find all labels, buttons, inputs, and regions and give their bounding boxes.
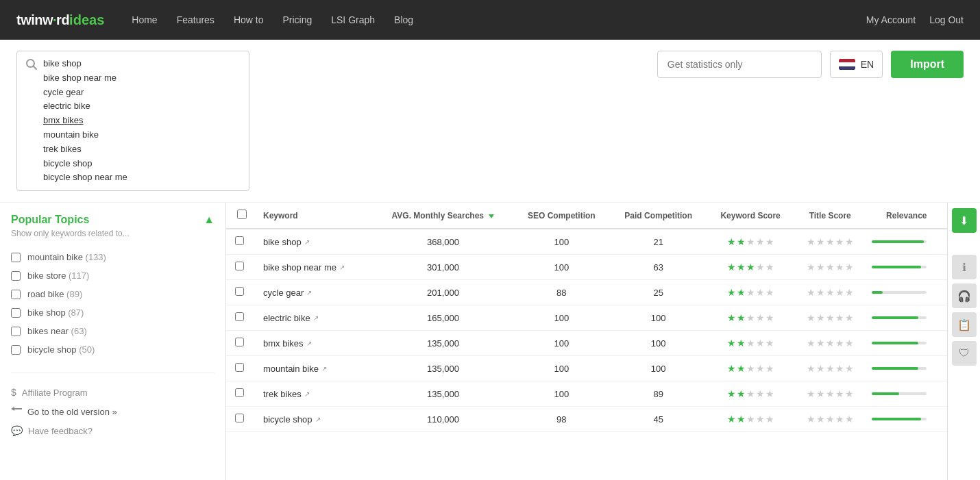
- affiliate-program[interactable]: $ Affiliate Program: [11, 383, 215, 402]
- row-checkbox-cell: [226, 305, 252, 331]
- star-empty: ★: [835, 338, 844, 349]
- row-checkbox-2[interactable]: [235, 287, 244, 296]
- external-link-icon: ↗: [306, 289, 312, 296]
- search-area: bike shop bike shop near me cycle gear e…: [0, 40, 980, 203]
- keyword-text: mountain bike: [263, 364, 319, 374]
- star-empty: ★: [807, 262, 816, 273]
- info-button[interactable]: ℹ: [952, 255, 977, 279]
- select-all-checkbox[interactable]: [237, 210, 247, 219]
- my-account-link[interactable]: My Account: [866, 14, 916, 25]
- logout-link[interactable]: Log Out: [929, 14, 964, 25]
- topic-road-bike-checkbox[interactable]: [11, 290, 21, 299]
- paid-competition-cell: 100: [610, 331, 707, 356]
- table-row: electric bike ↗ 165,000 100 100 ★★★★★ ★★…: [226, 305, 947, 331]
- topic-road-bike[interactable]: road bike (89): [11, 285, 215, 303]
- topic-bikes-near[interactable]: bikes near (63): [11, 322, 215, 340]
- keyword-link[interactable]: bmx bikes ↗: [263, 338, 367, 349]
- keyword-link[interactable]: bike shop ↗: [263, 237, 367, 247]
- star-empty: ★: [756, 236, 765, 247]
- th-keyword[interactable]: Keyword: [252, 203, 373, 229]
- sort-arrow-icon: [489, 214, 494, 218]
- th-title-score[interactable]: Title Score: [794, 203, 866, 229]
- table-row: bike shop near me ↗ 301,000 100 63 ★★★★★…: [226, 255, 947, 280]
- get-stats-input[interactable]: [657, 51, 822, 78]
- nav-home[interactable]: Home: [132, 14, 157, 25]
- title-score-cell: ★★★★★: [794, 331, 866, 356]
- keyword-link[interactable]: trek bikes ↗: [263, 389, 367, 399]
- row-checkbox-6[interactable]: [235, 388, 244, 397]
- th-keyword-score[interactable]: Keyword Score: [707, 203, 794, 229]
- keyword-link[interactable]: bike shop near me ↗: [263, 262, 367, 273]
- nav-features[interactable]: Features: [177, 14, 215, 25]
- star-empty: ★: [765, 338, 774, 349]
- external-link-icon: ↗: [315, 416, 321, 423]
- flag-lang-selector[interactable]: EN: [830, 51, 883, 78]
- topic-bicycle-shop[interactable]: bicycle shop (50): [11, 340, 215, 359]
- star-filled: ★: [737, 236, 746, 247]
- th-avg-monthly[interactable]: AVG. Monthly Searches: [373, 203, 513, 229]
- keyword-link[interactable]: mountain bike ↗: [263, 364, 367, 374]
- nav-blog[interactable]: Blog: [394, 14, 413, 25]
- old-version-link[interactable]: Go to the old version »: [11, 402, 215, 421]
- topic-bike-shop-checkbox[interactable]: [11, 308, 21, 318]
- row-checkbox-5[interactable]: [235, 363, 244, 372]
- star-empty: ★: [835, 312, 844, 323]
- table-row: bike shop ↗ 368,000 100 21 ★★★★★ ★★★★★: [226, 229, 947, 255]
- collapse-button[interactable]: ▲: [204, 214, 215, 226]
- shield-icon: 🛡: [959, 347, 970, 359]
- star-filled: ★: [737, 388, 746, 399]
- feedback-link[interactable]: 💬 Have feedback?: [11, 421, 215, 440]
- nav-lsi[interactable]: LSI Graph: [331, 14, 375, 25]
- topic-bike-shop[interactable]: bike shop (87): [11, 303, 215, 322]
- relevance-bar-fill: [872, 342, 918, 344]
- topic-mountain-bike[interactable]: mountain bike (133): [11, 248, 215, 266]
- th-relevance[interactable]: Relevance: [866, 203, 947, 229]
- th-seo-competition[interactable]: SEO Competition: [513, 203, 610, 229]
- logo: twinw·rd ideas: [16, 12, 104, 28]
- row-checkbox-7[interactable]: [235, 414, 244, 422]
- nav-links: Home Features How to Pricing LSI Graph B…: [132, 14, 866, 25]
- keyword-link[interactable]: cycle gear ↗: [263, 288, 367, 298]
- keyword-link[interactable]: electric bike ↗: [263, 313, 367, 323]
- topic-label: bicycle shop (50): [27, 344, 95, 355]
- keyword-cell: bmx bikes ↗: [252, 331, 373, 356]
- import-button[interactable]: Import: [891, 51, 964, 78]
- topic-mountain-bike-checkbox[interactable]: [11, 253, 21, 262]
- row-checkbox-4[interactable]: [235, 338, 244, 346]
- paid-competition-cell: 100: [610, 356, 707, 381]
- headphone-button[interactable]: 🎧: [952, 283, 977, 308]
- search-box[interactable]: bike shop bike shop near me cycle gear e…: [16, 51, 249, 191]
- paid-competition-cell: 100: [610, 305, 707, 331]
- table-row: bmx bikes ↗ 135,000 100 100 ★★★★★ ★★★★★: [226, 331, 947, 356]
- row-checkbox-3[interactable]: [235, 312, 244, 321]
- avg-monthly-cell: 135,000: [373, 331, 513, 356]
- keyword-link[interactable]: bicycle shop ↗: [263, 414, 367, 425]
- keyword-text: bike shop near me: [263, 262, 336, 273]
- doc-button[interactable]: 📋: [952, 312, 977, 337]
- star-empty: ★: [826, 236, 835, 247]
- shield-button[interactable]: 🛡: [952, 341, 977, 366]
- topic-bike-store-checkbox[interactable]: [11, 271, 21, 281]
- star-empty: ★: [816, 236, 825, 247]
- th-paid-competition[interactable]: Paid Competition: [610, 203, 707, 229]
- topic-label: mountain bike (133): [27, 252, 106, 262]
- star-empty: ★: [816, 287, 825, 298]
- topic-bicycle-shop-checkbox[interactable]: [11, 345, 21, 355]
- topic-bikes-near-checkbox[interactable]: [11, 327, 21, 336]
- table-row: cycle gear ↗ 201,000 88 25 ★★★★★ ★★★★★: [226, 280, 947, 305]
- row-checkbox-1[interactable]: [235, 262, 244, 270]
- topic-bike-store[interactable]: bike store (117): [11, 266, 215, 285]
- download-button[interactable]: ⬇: [952, 208, 977, 233]
- logo-text: twinw·rd: [16, 12, 69, 28]
- row-checkbox-0[interactable]: [235, 236, 244, 245]
- nav-howto[interactable]: How to: [234, 14, 264, 25]
- paid-competition-cell: 45: [610, 407, 707, 432]
- star-empty: ★: [746, 338, 755, 349]
- star-empty: ★: [756, 338, 765, 349]
- nav-pricing[interactable]: Pricing: [282, 14, 312, 25]
- seo-competition-cell: 100: [513, 331, 610, 356]
- star-empty: ★: [807, 363, 816, 374]
- feedback-label: Have feedback?: [28, 426, 93, 436]
- star-empty: ★: [765, 236, 774, 247]
- old-version-label[interactable]: Go to the old version »: [27, 407, 117, 417]
